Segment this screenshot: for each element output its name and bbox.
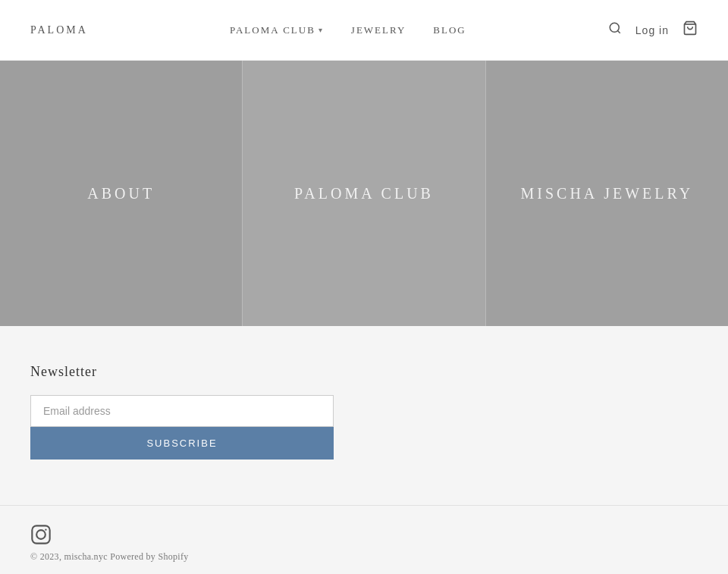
svg-point-0 [610,23,619,32]
site-name-link[interactable]: mischa.nyc [64,551,108,562]
cart-icon[interactable] [682,20,698,39]
social-links [30,524,698,545]
chevron-down-icon: ▾ [318,26,324,34]
logo[interactable]: PALOMA [30,24,88,36]
subscribe-button[interactable]: SUBSCRIBE [30,427,334,460]
svg-point-5 [45,529,46,530]
search-icon[interactable] [608,21,622,39]
newsletter-section: Newsletter SUBSCRIBE [0,326,394,505]
main-nav: PALOMA CLUB ▾ JEWELRY BLOG [230,24,466,36]
newsletter-title: Newsletter [30,364,97,380]
nav-blog[interactable]: BLOG [433,24,466,36]
hero-panel-mischa-jewelry[interactable]: MISCHA JEWELRY [486,61,728,326]
site-footer: © 2023, mischa.nyc Powered by Shopify [0,505,728,574]
header-actions: Log in [608,20,698,39]
svg-point-4 [36,530,46,539]
site-header: PALOMA PALOMA CLUB ▾ JEWELRY BLOG Log in [0,0,728,61]
copyright-text: © 2023, mischa.nyc Powered by Shopify [30,551,698,563]
email-input[interactable] [30,395,334,427]
hero-panel-about[interactable]: ABOUT [0,61,243,326]
login-link[interactable]: Log in [635,24,669,36]
instagram-icon [30,524,52,545]
svg-rect-3 [32,525,49,543]
hero-section: ABOUT PALOMA CLUB MISCHA JEWELRY [0,61,728,326]
instagram-link[interactable] [30,524,52,545]
hero-panel-paloma-club[interactable]: PALOMA CLUB [243,61,485,326]
nav-jewelry[interactable]: JEWELRY [351,24,406,36]
svg-line-1 [617,30,620,33]
nav-paloma-club[interactable]: PALOMA CLUB ▾ [230,24,324,36]
